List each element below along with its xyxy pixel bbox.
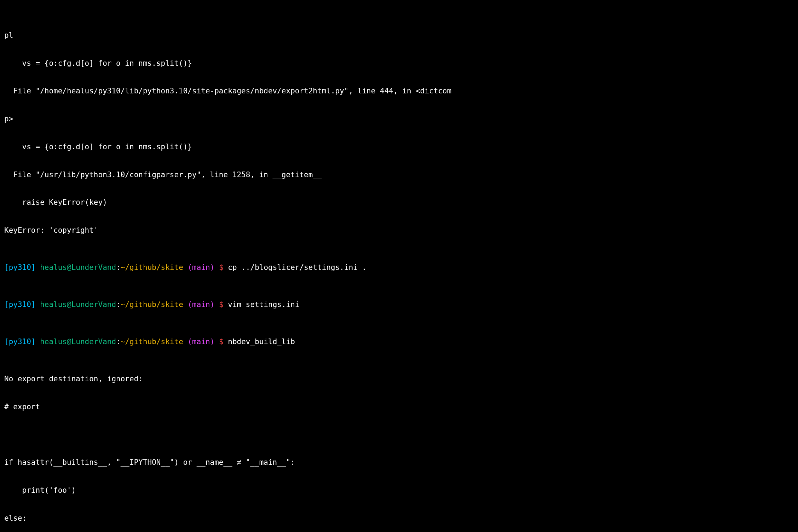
prompt-colon: : xyxy=(116,263,121,272)
output-line: No export destination, ignored: xyxy=(4,374,794,383)
prompt-line: [py310] healus@LunderVand:~/github/skite… xyxy=(4,337,794,346)
output-line: else: xyxy=(4,514,794,523)
output-line xyxy=(4,430,794,439)
prompt-colon: : xyxy=(116,337,121,346)
prompt-branch: main xyxy=(192,337,210,346)
prompt-dollar: $ xyxy=(214,337,228,346)
prompt-branch-open: ( xyxy=(187,300,192,309)
traceback-line: File "/usr/lib/python3.10/configparser.p… xyxy=(4,170,794,179)
traceback-line: p> xyxy=(4,114,794,123)
command-text: cp ../blogslicer/settings.ini . xyxy=(228,263,366,272)
prompt-line: [py310] healus@LunderVand:~/github/skite… xyxy=(4,300,794,309)
command-text: vim settings.ini xyxy=(228,300,299,309)
prompt-env: py310 xyxy=(9,263,31,272)
prompt-colon: : xyxy=(116,300,121,309)
prompt-branch-close: ) xyxy=(210,300,215,309)
prompt-branch-close: ) xyxy=(210,263,215,272)
prompt-branch: main xyxy=(192,263,210,272)
prompt-path: ~/github/skite xyxy=(121,337,183,346)
prompt-dollar: $ xyxy=(214,300,228,309)
prompt-lbracket: [ xyxy=(4,337,9,346)
prompt-branch-open: ( xyxy=(187,337,192,346)
traceback-line: File "/home/healus/py310/lib/python3.10/… xyxy=(4,86,794,96)
prompt-rbracket: ] xyxy=(31,337,36,346)
output-line: if hasattr(__builtins__, "__IPYTHON__") … xyxy=(4,458,794,467)
output-line: print('foo') xyxy=(4,486,794,495)
output-line: # export xyxy=(4,402,794,411)
prompt-dollar: $ xyxy=(214,263,228,272)
prompt-userhost: healus@LunderVand xyxy=(40,263,116,272)
traceback-line: vs = {o:cfg.d[o] for o in nms.split()} xyxy=(4,142,794,151)
prompt-branch-open: ( xyxy=(187,263,192,272)
prompt-lbracket: [ xyxy=(4,300,9,309)
terminal-viewport[interactable]: pl vs = {o:cfg.d[o] for o in nms.split()… xyxy=(0,0,798,532)
prompt-env: py310 xyxy=(9,337,31,346)
prompt-lbracket: [ xyxy=(4,263,9,272)
command-text: nbdev_build_lib xyxy=(228,337,295,346)
prompt-path: ~/github/skite xyxy=(121,300,183,309)
traceback-line: pl xyxy=(4,31,794,40)
traceback-line: raise KeyError(key) xyxy=(4,198,794,207)
prompt-rbracket: ] xyxy=(31,300,36,309)
prompt-rbracket: ] xyxy=(31,263,36,272)
traceback-line: vs = {o:cfg.d[o] for o in nms.split()} xyxy=(4,59,794,68)
prompt-line: [py310] healus@LunderVand:~/github/skite… xyxy=(4,263,794,272)
prompt-env: py310 xyxy=(9,300,31,309)
traceback-line: KeyError: 'copyright' xyxy=(4,226,794,235)
prompt-branch: main xyxy=(192,300,210,309)
prompt-branch-close: ) xyxy=(210,337,215,346)
prompt-userhost: healus@LunderVand xyxy=(40,300,116,309)
prompt-userhost: healus@LunderVand xyxy=(40,337,116,346)
prompt-path: ~/github/skite xyxy=(121,263,183,272)
